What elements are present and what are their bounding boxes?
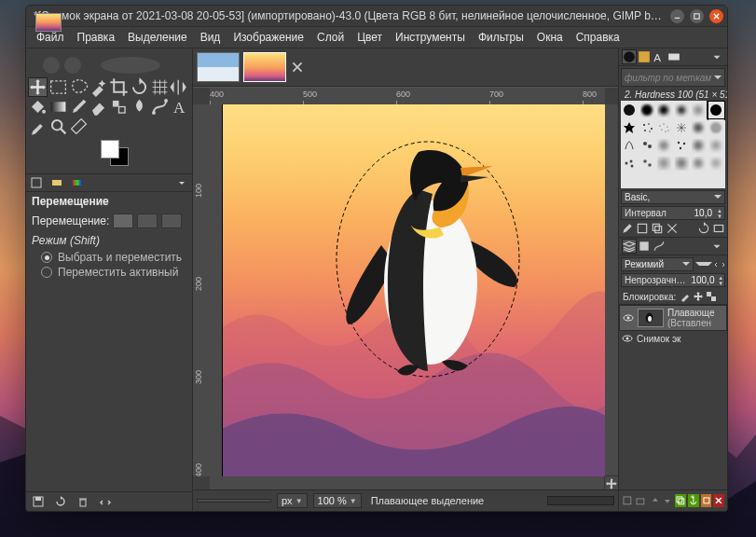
tab-paths-icon[interactable]	[653, 240, 666, 253]
tool-move[interactable]	[28, 77, 48, 97]
tab-patterns-icon[interactable]	[638, 50, 651, 63]
delete-layer-icon[interactable]	[713, 494, 724, 507]
lock-alpha-icon[interactable]	[706, 291, 717, 302]
menu-edit[interactable]: Правка	[71, 27, 122, 48]
tool-eraser[interactable]	[89, 97, 108, 117]
delete-brush-icon[interactable]	[666, 222, 679, 235]
right-tab-menu-icon[interactable]	[710, 50, 723, 63]
tool-zoom[interactable]	[48, 117, 68, 136]
canvas-viewport[interactable]	[210, 104, 605, 476]
menu-color[interactable]: Цвет	[351, 27, 389, 48]
brush-preset-select[interactable]: Basic,	[621, 190, 725, 204]
new-brush-icon[interactable]	[636, 222, 649, 235]
tool-clone[interactable]	[109, 97, 129, 117]
menu-image[interactable]: Изображение	[227, 27, 310, 48]
menu-filters[interactable]: Фильтры	[472, 27, 530, 48]
move-path-toggle[interactable]	[161, 213, 182, 228]
image-tab-1[interactable]	[197, 52, 240, 82]
visibility-icon[interactable]	[622, 333, 633, 344]
tool-pencil[interactable]	[69, 97, 89, 117]
menu-help[interactable]: Справка	[570, 27, 626, 48]
layer-floating-selection[interactable]: Плавающе (Вставлен	[619, 305, 727, 331]
navigation-icon[interactable]	[604, 475, 618, 489]
duplicate-brush-icon[interactable]	[651, 222, 664, 235]
tool-warp[interactable]	[150, 77, 170, 97]
svg-point-40	[648, 123, 650, 125]
visibility-icon[interactable]	[623, 312, 634, 324]
tool-measure[interactable]	[69, 117, 89, 136]
layer-background[interactable]: Снимок эк	[619, 331, 727, 346]
svg-point-39	[643, 124, 645, 126]
menu-select[interactable]: Выделение	[121, 27, 194, 48]
ruler-horizontal[interactable]: 400 500 600 700 800	[210, 88, 605, 105]
menu-tools[interactable]: Инструменты	[389, 27, 472, 48]
tool-fuzzy-select[interactable]	[89, 77, 108, 97]
unit-select[interactable]: px▼	[277, 493, 308, 508]
scrollbar-vertical[interactable]	[604, 104, 618, 476]
tab-channels-icon[interactable]	[638, 240, 651, 253]
fg-color[interactable]	[101, 140, 119, 158]
lock-pixels-icon[interactable]	[680, 291, 691, 302]
tab-layers-icon[interactable]	[623, 240, 636, 253]
close-tab-icon[interactable]	[290, 60, 305, 75]
tab-brushes-icon[interactable]	[623, 50, 636, 63]
tool-rotate[interactable]	[130, 77, 149, 97]
left-tab-menu-icon[interactable]	[175, 176, 188, 189]
tool-color-picker[interactable]	[28, 117, 48, 136]
tool-smudge[interactable]	[130, 97, 149, 117]
brush-filter-input[interactable]: фильтр по меткам	[621, 68, 725, 87]
reset-icon[interactable]	[99, 495, 112, 508]
scrollbar-horizontal[interactable]	[210, 475, 605, 489]
raise-layer-icon[interactable]	[650, 494, 661, 507]
opacity-spin[interactable]: Непрозрачн… 100,0 ▲▼	[621, 273, 725, 287]
tab-device-icon[interactable]	[50, 176, 63, 189]
canvas[interactable]	[223, 104, 605, 476]
close-button[interactable]	[709, 9, 723, 23]
lock-position-icon[interactable]	[693, 291, 704, 302]
tab-undo-history-icon[interactable]	[71, 176, 84, 189]
merge-down-icon[interactable]	[701, 494, 712, 507]
save-preset-icon[interactable]	[32, 495, 45, 508]
zoom-select[interactable]: 100 %▼	[313, 493, 362, 508]
menu-view[interactable]: Вид	[194, 27, 227, 48]
left-dock: A Перемещение Перемещение: Режим (Shift)…	[26, 48, 193, 511]
menu-layer[interactable]: Слой	[310, 27, 351, 48]
pasted-penguin[interactable]	[330, 138, 526, 380]
radio-move-active[interactable]: Переместить активный	[26, 265, 192, 280]
blend-mode-select[interactable]: Режимий	[621, 257, 694, 271]
maximize-button[interactable]	[690, 9, 704, 23]
layer-group-icon[interactable]	[635, 494, 646, 507]
tool-bucket[interactable]	[28, 97, 48, 117]
brush-grid[interactable]	[621, 101, 725, 188]
edit-brush-icon[interactable]	[621, 222, 634, 235]
mode-switch-icon[interactable]	[714, 259, 725, 270]
tool-text[interactable]: A	[170, 97, 189, 117]
brush-spacing-spin[interactable]: Интервал 10,0 ▲▼	[621, 206, 725, 220]
delete-preset-icon[interactable]	[76, 495, 89, 508]
layers-tab-menu-icon[interactable]	[710, 240, 723, 253]
tool-free-select[interactable]	[69, 77, 89, 97]
new-layer-icon[interactable]	[622, 494, 633, 507]
move-selection-toggle[interactable]	[137, 213, 158, 228]
tab-tool-options-icon[interactable]	[30, 176, 43, 189]
duplicate-layer-icon[interactable]	[675, 494, 686, 507]
lower-layer-icon[interactable]	[662, 494, 673, 507]
open-as-image-icon[interactable]	[712, 222, 725, 235]
tab-fonts-icon[interactable]: A	[653, 50, 666, 63]
tool-crop[interactable]	[109, 77, 129, 97]
tool-gradient[interactable]	[48, 97, 68, 117]
radio-pick-layer[interactable]: Выбрать и переместить	[26, 250, 192, 265]
move-layer-toggle[interactable]	[113, 213, 133, 228]
tool-rect-select[interactable]	[48, 77, 68, 97]
image-tab-2[interactable]	[243, 52, 286, 82]
tab-history-icon[interactable]	[667, 50, 680, 63]
tool-path[interactable]	[150, 97, 170, 117]
anchor-layer-icon[interactable]	[688, 494, 699, 507]
restore-preset-icon[interactable]	[54, 495, 67, 508]
refresh-brushes-icon[interactable]	[697, 222, 710, 235]
minimize-button[interactable]	[670, 9, 684, 23]
color-swatches[interactable]	[101, 140, 134, 168]
tool-flip[interactable]	[170, 77, 189, 97]
ruler-vertical[interactable]: 100 200 300 400	[193, 104, 211, 476]
menu-windows[interactable]: Окна	[530, 27, 570, 48]
